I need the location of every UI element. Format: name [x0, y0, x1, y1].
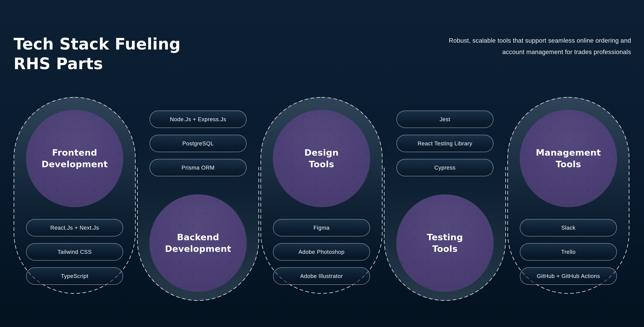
tech-pill-label: TypeScript	[61, 273, 88, 279]
tech-pill-label: Cypress	[434, 165, 456, 171]
category-title: Backend Development	[165, 231, 231, 254]
tech-pill: Tailwind CSS	[26, 243, 123, 260]
tech-pill-label: GitHub + GitHub Actions	[537, 273, 600, 279]
category-column-backend-development: Node.Js + Express.Js PostgreSQL Prisma O…	[137, 104, 259, 301]
tech-pill: Slack	[520, 219, 617, 236]
category-title: Design Tools	[304, 147, 338, 170]
tech-pill: React Testing Library	[396, 135, 494, 152]
tech-pill: React.Js + Next.Js	[26, 219, 123, 236]
tech-pill-label: Slack	[561, 225, 576, 231]
tech-pill-label: Adobe Photoshop	[298, 249, 344, 255]
tech-pill: Node.Js + Express.Js	[150, 111, 246, 128]
tech-pill-label: PostgreSQL	[182, 140, 214, 147]
category-circle: Backend Development	[150, 194, 247, 292]
tech-pill-label: Adobe Illustrator	[300, 273, 343, 279]
tech-pill-label: Jest	[440, 116, 450, 123]
tech-pill: Adobe Photoshop	[273, 243, 370, 260]
category-circle: Frontend Development	[26, 110, 123, 207]
tech-pill: GitHub + GitHub Actions	[520, 267, 617, 285]
tech-pill-label: React Testing Library	[418, 140, 472, 147]
tech-pill-label: Prisma ORM	[182, 165, 215, 171]
tech-pill-label: Trello	[561, 249, 576, 255]
tech-pill-label: React.Js + Next.Js	[50, 225, 99, 231]
page-title: Tech Stack Fueling RHS Parts	[14, 35, 180, 74]
category-circle: Management Tools	[520, 110, 617, 207]
tech-pill: Trello	[520, 243, 617, 260]
tech-pill: TypeScript	[26, 267, 123, 285]
tech-pill-label: Node.Js + Express.Js	[170, 116, 226, 123]
tech-pill: Adobe Illustrator	[273, 267, 370, 285]
tech-pill: Prisma ORM	[150, 159, 246, 176]
category-title: Management Tools	[536, 147, 601, 170]
tech-pill: PostgreSQL	[150, 135, 246, 152]
category-column-testing-tools: Jest React Testing Library Cypress Testi…	[384, 104, 506, 301]
category-title: Frontend Development	[42, 147, 108, 170]
tech-pill: Jest	[396, 111, 494, 128]
category-circle: Design Tools	[273, 110, 370, 207]
tech-pill-label: Figma	[314, 225, 330, 231]
tech-pill-label: Tailwind CSS	[58, 249, 92, 255]
category-column-design-tools: Design Tools Figma Adobe Photoshop Adobe…	[260, 97, 382, 294]
page-subtitle: Robust, scalable tools that support seam…	[363, 35, 631, 58]
category-column-frontend-development: Frontend Development React.Js + Next.Js …	[14, 97, 136, 294]
tech-pill: Cypress	[396, 159, 494, 176]
category-column-management-tools: Management Tools Slack Trello GitHub + G…	[507, 97, 630, 294]
category-circle: Testing Tools	[396, 194, 494, 292]
tech-pill: Figma	[273, 219, 370, 236]
category-title: Testing Tools	[427, 231, 463, 254]
infographic-page: { "header": { "title_lines": ["Tech Stac…	[0, 0, 644, 327]
